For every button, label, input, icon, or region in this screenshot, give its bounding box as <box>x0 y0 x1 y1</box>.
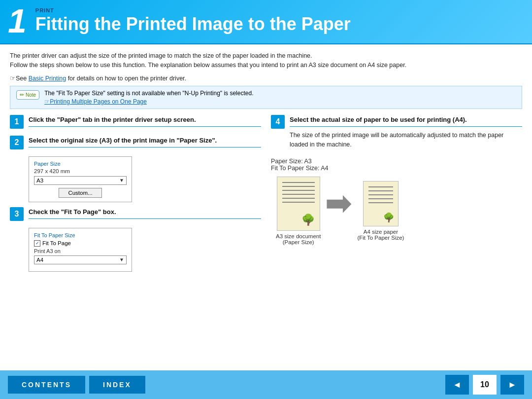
a4-tree-icon: 🌳 <box>383 212 394 223</box>
print-a3-label: Print A3 on <box>34 248 127 254</box>
step-3: 3 Check the "Fit To Page" box. <box>10 207 261 223</box>
see-link-line: ☞See Basic Printing for details on how t… <box>10 74 522 82</box>
page-title: Fitting the Printed Image to the Paper <box>35 14 351 34</box>
page-header: 1 PRINT Fitting the Printed Image to the… <box>0 0 532 44</box>
index-button[interactable]: INDEX <box>89 376 145 394</box>
step-4-title: Select the actual size of paper to be us… <box>290 116 522 123</box>
a4-label-line2: (Fit To Paper Size) <box>357 235 404 241</box>
main-content: The printer driver can adjust the size o… <box>0 44 532 281</box>
a3-tree-icon: 🌳 <box>301 214 315 226</box>
paper-line-2 <box>282 186 315 187</box>
a4-paper-lines <box>368 186 393 203</box>
fit-to-page-checkbox[interactable]: ✓ <box>34 240 40 247</box>
footer-nav: ◄ 10 ► <box>445 375 524 395</box>
fit-to-page-checkbox-row[interactable]: ✓ Fit To Page <box>34 240 127 247</box>
chapter-number: 1 <box>8 4 27 37</box>
paper-diagram: 🌳 A3 size document (Paper Size) <box>276 177 522 245</box>
paper-line-5 <box>282 198 315 199</box>
paper-line-a4-3 <box>368 194 393 195</box>
a3-paper-lines <box>282 182 315 203</box>
paper-info-line1: Paper Size: A3 <box>271 158 312 165</box>
paper-line-3 <box>282 190 315 191</box>
print-label: PRINT <box>35 7 351 13</box>
a4-label: A4 size paper (Fit To Paper Size) <box>357 229 404 241</box>
arrow-right-icon <box>327 195 351 213</box>
note-badge-label: Note <box>26 92 36 98</box>
note-badge: ✏ Note <box>16 90 39 100</box>
step-3-number: 3 <box>10 207 24 221</box>
footer: CONTENTS INDEX ◄ 10 ► <box>0 370 532 399</box>
a3-document: 🌳 A3 size document (Paper Size) <box>276 177 321 245</box>
fit-to-page-checkbox-label: Fit To Page <box>42 240 71 246</box>
step-2: 2 Select the original size (A3) of the p… <box>10 136 261 151</box>
note-link[interactable]: ☞Printing Multiple Pages on One Page <box>44 98 253 105</box>
step-1: 1 Click the "Paper" tab in the printer d… <box>10 115 261 131</box>
paper-line-1 <box>282 182 315 183</box>
note-content: The "Fit To Paper Size" setting is not a… <box>44 90 253 105</box>
step-2-content: Select the original size (A3) of the pri… <box>29 136 261 151</box>
step-2-divider <box>29 147 261 147</box>
step-3-title: Check the "Fit To Page" box. <box>29 208 261 216</box>
custom-button[interactable]: Custom... <box>59 188 101 198</box>
header-title-block: PRINT Fitting the Printed Image to the P… <box>35 7 351 34</box>
paper-line-4 <box>282 194 315 195</box>
step-4-desc: The size of the printed image will be au… <box>290 131 522 149</box>
step-1-content: Click the "Paper" tab in the printer dri… <box>29 115 261 131</box>
paper-size-select-value: A3 <box>36 178 43 183</box>
next-button[interactable]: ► <box>500 375 524 395</box>
step-3-divider <box>29 218 261 219</box>
paper-size-value: 297 x 420 mm <box>34 168 127 174</box>
next-icon: ► <box>508 380 517 390</box>
step-4-content: Select the actual size of paper to be us… <box>290 115 522 153</box>
paper-size-label: Paper Size <box>34 161 127 167</box>
steps-right: 4 Select the actual size of paper to be … <box>271 115 522 277</box>
step-1-divider <box>29 126 261 127</box>
fit-dropdown-arrow-icon: ▼ <box>119 257 124 262</box>
page-number: 10 <box>473 375 497 395</box>
step-1-number: 1 <box>10 115 24 129</box>
basic-printing-link[interactable]: Basic Printing <box>29 75 66 82</box>
see-suffix: for details on how to open the printer d… <box>66 75 186 82</box>
step-4: 4 Select the actual size of paper to be … <box>271 115 522 153</box>
note-text: The "Fit To Paper Size" setting is not a… <box>44 90 253 97</box>
prev-button[interactable]: ◄ <box>445 375 469 395</box>
step-2-title: Select the original size (A3) of the pri… <box>29 137 261 144</box>
step-4-number: 4 <box>271 115 285 129</box>
paper-line-6 <box>282 202 315 203</box>
fit-to-paper-label: Fit To Paper Size <box>34 232 127 238</box>
note-icon: ✏ <box>20 92 24 98</box>
fit-to-paper-ui-mock: Fit To Paper Size ✓ Fit To Page Print A3… <box>29 228 132 272</box>
paper-size-ui-mock: Paper Size 297 x 420 mm A3 ▼ Custom... <box>29 156 132 202</box>
step-1-title: Click the "Paper" tab in the printer dri… <box>29 116 261 123</box>
prev-icon: ◄ <box>453 380 462 390</box>
steps-left: 1 Click the "Paper" tab in the printer d… <box>10 115 261 277</box>
step-4-divider <box>290 126 522 127</box>
paper-info-line2: Fit To Paper Size: A4 <box>271 165 329 172</box>
step-3-content: Check the "Fit To Page" box. <box>29 207 261 223</box>
fit-paper-select[interactable]: A4 ▼ <box>34 255 127 264</box>
paper-line-a4-2 <box>368 190 393 191</box>
intro-paragraph: The printer driver can adjust the size o… <box>10 51 522 71</box>
paper-line-a4-5 <box>368 202 393 203</box>
paper-size-select[interactable]: A3 ▼ <box>34 176 127 185</box>
dropdown-arrow-icon: ▼ <box>119 178 124 183</box>
note-box: ✏ Note The "Fit To Paper Size" setting i… <box>10 86 522 109</box>
see-text: See <box>16 75 29 82</box>
intro-line1: The printer driver can adjust the size o… <box>10 52 312 59</box>
a4-paper-visual: 🌳 <box>363 181 399 226</box>
a3-label-line1: A3 size document <box>276 233 321 239</box>
paper-line-a4-4 <box>368 198 393 199</box>
a3-label-line2: (Paper Size) <box>283 239 314 245</box>
contents-button[interactable]: CONTENTS <box>8 376 85 394</box>
a4-label-line1: A4 size paper <box>364 229 398 235</box>
fit-paper-select-value: A4 <box>36 257 43 263</box>
paper-line-a4-1 <box>368 186 393 187</box>
a4-document: 🌳 A4 size paper (Fit To Paper Size) <box>357 181 404 241</box>
a3-label: A3 size document (Paper Size) <box>276 233 321 245</box>
paper-info: Paper Size: A3 Fit To Paper Size: A4 <box>271 158 522 172</box>
a3-paper-visual: 🌳 <box>277 177 320 231</box>
intro-line2: Follow the steps shown below to use this… <box>10 62 406 69</box>
step-2-number: 2 <box>10 136 24 149</box>
steps-container: 1 Click the "Paper" tab in the printer d… <box>10 115 522 277</box>
